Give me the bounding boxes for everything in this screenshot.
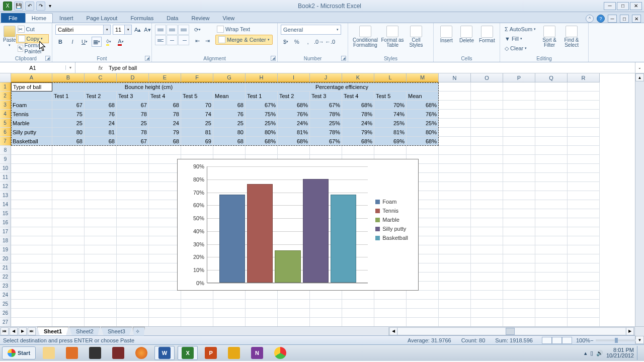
align-middle-button[interactable] xyxy=(167,25,178,35)
cell-B26[interactable] xyxy=(52,309,85,318)
taskbar-word[interactable]: W xyxy=(154,346,175,360)
number-dialog-launcher[interactable]: ◢ xyxy=(341,56,346,61)
cell-H25[interactable] xyxy=(246,300,278,309)
cell-H26[interactable] xyxy=(246,309,278,318)
cell-B16[interactable] xyxy=(52,218,85,227)
cell-O2[interactable] xyxy=(471,92,503,101)
cell-F7[interactable]: 69 xyxy=(181,137,213,146)
name-box-input[interactable] xyxy=(0,65,65,71)
legend-item-silly-putty[interactable]: Silly putty xyxy=(375,226,408,232)
cell-B9[interactable] xyxy=(52,155,85,164)
cell-O27[interactable] xyxy=(471,318,503,326)
cell-E7[interactable]: 68 xyxy=(149,137,181,146)
cell-A4[interactable]: Tennis xyxy=(11,110,52,119)
cell-P1[interactable] xyxy=(503,82,535,92)
cell-E26[interactable] xyxy=(149,309,181,318)
cell-D19[interactable] xyxy=(117,245,149,254)
cell-H5[interactable]: 25% xyxy=(246,119,278,128)
cell-D20[interactable] xyxy=(117,254,149,263)
row-header-13[interactable]: 13 xyxy=(0,191,11,200)
cell-P25[interactable] xyxy=(503,300,535,309)
cell-B5[interactable]: 25 xyxy=(52,119,85,128)
cell-O18[interactable] xyxy=(471,236,503,245)
underline-button[interactable]: U▾ xyxy=(79,37,90,47)
cell-R19[interactable] xyxy=(568,245,600,254)
cell-A18[interactable] xyxy=(11,236,52,245)
font-dialog-launcher[interactable]: ◢ xyxy=(145,56,150,61)
cell-Q20[interactable] xyxy=(535,254,568,263)
row-header-12[interactable]: 12 xyxy=(0,182,11,191)
cell-Q5[interactable] xyxy=(535,119,568,128)
align-top-button[interactable] xyxy=(155,25,166,35)
hscroll-thumb[interactable] xyxy=(506,328,515,335)
cell-L3[interactable]: 70% xyxy=(374,101,407,110)
cell-E22[interactable] xyxy=(149,273,181,282)
cell-O11[interactable] xyxy=(471,173,503,182)
cell-O7[interactable] xyxy=(471,137,503,146)
legend-item-tennis[interactable]: Tennis xyxy=(375,208,408,214)
cell-N8[interactable] xyxy=(439,146,471,155)
cell-D12[interactable] xyxy=(117,182,149,191)
cell-P18[interactable] xyxy=(503,236,535,245)
cell-L26[interactable] xyxy=(374,309,407,318)
cell-N20[interactable] xyxy=(439,254,471,263)
cell-B4[interactable]: 75 xyxy=(52,110,85,119)
cell-G4[interactable]: 76 xyxy=(213,110,246,119)
cell-Q3[interactable] xyxy=(535,101,568,110)
cell-E4[interactable]: 78 xyxy=(149,110,181,119)
cell-N1[interactable] xyxy=(439,82,471,92)
cell-Q1[interactable] xyxy=(535,82,568,92)
col-header-H[interactable]: H xyxy=(246,73,278,82)
row-header-26[interactable]: 26 xyxy=(0,309,11,318)
cell-A17[interactable] xyxy=(11,227,52,236)
row-header-2[interactable]: 2 xyxy=(0,92,11,101)
cell-A2[interactable] xyxy=(11,92,52,101)
autosum-button[interactable]: ΣAutoSum▾ xyxy=(503,25,537,34)
cell-B12[interactable] xyxy=(52,182,85,191)
cell-A22[interactable] xyxy=(11,273,52,282)
scroll-down-button[interactable]: ▼ xyxy=(635,336,644,344)
cell-Q14[interactable] xyxy=(535,200,568,209)
align-center-button[interactable] xyxy=(167,35,178,45)
cell-I24[interactable] xyxy=(278,291,310,300)
cell-N21[interactable] xyxy=(439,263,471,273)
cell-R21[interactable] xyxy=(568,263,600,273)
row-header-21[interactable]: 21 xyxy=(0,263,11,273)
align-bottom-button[interactable] xyxy=(178,25,189,35)
taskbar-onenote[interactable]: N xyxy=(247,346,267,360)
row-header-20[interactable]: 20 xyxy=(0,254,11,263)
cell-R11[interactable] xyxy=(568,173,600,182)
cell-O16[interactable] xyxy=(471,218,503,227)
legend-item-foam[interactable]: Foam xyxy=(375,199,408,205)
cell-B19[interactable] xyxy=(52,245,85,254)
cell-E13[interactable] xyxy=(149,191,181,200)
name-box-dropdown[interactable]: ▾ xyxy=(65,65,74,70)
cell-R7[interactable] xyxy=(568,137,600,146)
cell-B24[interactable] xyxy=(52,291,85,300)
view-page-break-button[interactable] xyxy=(562,337,572,344)
cell-L8[interactable] xyxy=(374,146,407,155)
taskbar-excel[interactable]: X xyxy=(178,346,198,360)
cell-Q23[interactable] xyxy=(535,282,568,291)
percent-button[interactable]: % xyxy=(292,37,302,47)
row-header-10[interactable]: 10 xyxy=(0,164,11,173)
cell-P16[interactable] xyxy=(503,218,535,227)
save-button[interactable]: 💾 xyxy=(14,2,23,11)
font-size-dropdown[interactable]: ▾ xyxy=(125,25,132,35)
cell-B20[interactable] xyxy=(52,254,85,263)
cell-B10[interactable] xyxy=(52,164,85,173)
cell-P19[interactable] xyxy=(503,245,535,254)
cell-A26[interactable] xyxy=(11,309,52,318)
cell-D24[interactable] xyxy=(117,291,149,300)
cell-O14[interactable] xyxy=(471,200,503,209)
merge-center-button[interactable]: Merge & Center▾ xyxy=(215,35,273,45)
cell-I3[interactable]: 68% xyxy=(278,101,310,110)
currency-button[interactable]: $▾ xyxy=(281,37,291,47)
spreadsheet-grid[interactable]: ABCDEFGHIJKLMNOPQR 123456789101112131415… xyxy=(0,73,644,326)
cell-L27[interactable] xyxy=(374,318,407,326)
cell-G25[interactable] xyxy=(213,300,246,309)
cell-C25[interactable] xyxy=(85,300,117,309)
scroll-up-button[interactable]: ▲ xyxy=(635,73,644,81)
cell-P6[interactable] xyxy=(503,128,535,137)
col-header-M[interactable]: M xyxy=(407,73,439,82)
